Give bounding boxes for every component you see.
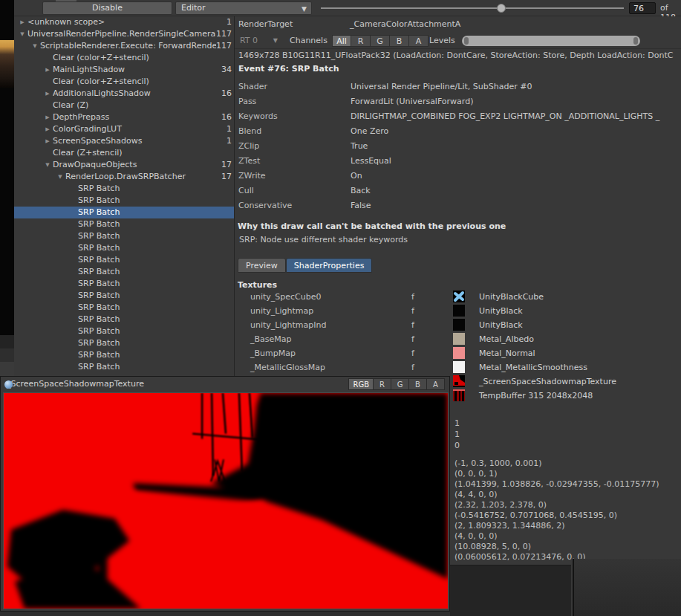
vector-value: (0, 0, 0, 1): [454, 469, 659, 479]
levels-slider-handle-min[interactable]: [464, 37, 469, 45]
batch-break-title: Why this draw call can't be batched with…: [238, 221, 506, 231]
texture-asset-name: UnityBlack: [479, 320, 523, 330]
foldout-expanded-icon[interactable]: ▼: [30, 40, 40, 52]
texture-property-name: _MetallicGlossMap: [250, 363, 325, 372]
tree-row[interactable]: ▶<unknown scope>1: [14, 16, 234, 28]
tree-row[interactable]: Clear (Z): [14, 100, 234, 111]
target-selector-dropdown[interactable]: Editor ▼: [175, 1, 312, 15]
texture-thumbnail[interactable]: [453, 389, 465, 401]
tree-row[interactable]: ▼UniversalRenderPipeline.RenderSingleCam…: [14, 28, 234, 40]
texture-row[interactable]: unity_LightmapIndfUnityBlack: [235, 318, 681, 332]
channel-button-all[interactable]: All: [332, 35, 351, 47]
texture-row[interactable]: _BumpMapfMetal_Normal: [235, 346, 681, 360]
tree-row[interactable]: ▶MainLightShadow34: [14, 64, 234, 76]
preview-channel-button-r[interactable]: R: [374, 378, 391, 390]
tree-row[interactable]: SRP Batch: [14, 207, 234, 218]
foldout-spacer: [68, 290, 78, 302]
tree-row[interactable]: ▼RenderLoop.DrawSRPBatcher17: [14, 171, 234, 183]
preview-channel-button-g[interactable]: G: [391, 378, 409, 390]
texture-row[interactable]: unity_SpecCube0fUnityBlackCube: [235, 290, 681, 304]
rt-index-dropdown[interactable]: RT 0 ▼: [238, 35, 281, 47]
foldout-collapsed-icon[interactable]: ▶: [17, 16, 27, 28]
vector-value: (10.08928, 5, 0, 0): [454, 542, 659, 552]
tree-row[interactable]: ▶AdditionalLightsShadow16: [14, 88, 234, 100]
texture-row[interactable]: _MetallicGlossMapfMetal_MetallicSmoothne…: [235, 360, 681, 375]
foldout-collapsed-icon[interactable]: ▶: [42, 64, 53, 76]
detail-tabs: Preview ShaderProperties: [238, 258, 372, 273]
tree-row-label: SRP Batch: [78, 325, 232, 337]
tree-row-count: 1: [227, 123, 234, 135]
foldout-collapsed-icon[interactable]: ▶: [42, 135, 53, 147]
tree-row[interactable]: SRP Batch: [14, 266, 234, 278]
texture-thumbnail[interactable]: [453, 333, 465, 345]
foldout-collapsed-icon[interactable]: ▶: [42, 88, 53, 100]
tree-row[interactable]: Clear (color+Z+stencil): [14, 76, 234, 88]
tree-row[interactable]: ▼DrawOpaqueObjects17: [14, 159, 234, 171]
disable-button[interactable]: Disable: [42, 1, 172, 15]
tree-row[interactable]: SRP Batch: [14, 278, 234, 290]
tree-row[interactable]: SRP Batch: [14, 361, 234, 373]
tree-row[interactable]: Clear (color+Z+stencil): [14, 52, 234, 64]
tree-row[interactable]: SRP Batch: [14, 218, 234, 230]
tree-row[interactable]: SRP Batch: [14, 302, 234, 314]
tree-row[interactable]: SRP Batch: [14, 230, 234, 242]
event-slider-handle[interactable]: [497, 4, 506, 13]
texture-flag: f: [411, 348, 414, 358]
tree-row[interactable]: SRP Batch: [14, 290, 234, 302]
texture-thumbnail[interactable]: [453, 361, 465, 373]
tree-row[interactable]: SRP Batch: [14, 195, 234, 207]
preview-channel-button-b[interactable]: B: [409, 378, 427, 390]
tree-row[interactable]: SRP Batch: [14, 337, 234, 349]
tree-row[interactable]: SRP Batch: [14, 349, 234, 361]
tree-row-count: [232, 100, 234, 111]
levels-slider-handle-max[interactable]: [633, 37, 638, 45]
preview-channel-button-a[interactable]: A: [427, 378, 445, 390]
channel-button-r[interactable]: R: [351, 35, 371, 47]
foldout-expanded-icon[interactable]: ▼: [42, 159, 53, 171]
foldout-expanded-icon[interactable]: ▼: [55, 171, 65, 183]
texture-row[interactable]: _BaseMapfMetal_Albedo: [235, 332, 681, 346]
texture-thumbnail[interactable]: [453, 347, 465, 359]
foldout-spacer: [68, 195, 78, 207]
preview-channel-button-rgb[interactable]: RGB: [348, 378, 374, 390]
channel-button-b[interactable]: B: [390, 35, 409, 47]
tree-row[interactable]: SRP Batch: [14, 325, 234, 337]
tree-row[interactable]: ▶ScreenSpaceShadows1: [14, 135, 234, 147]
event-slider-track[interactable]: [321, 7, 624, 9]
tree-row[interactable]: SRP Batch: [14, 314, 234, 325]
detail-row: CullBack: [235, 184, 681, 198]
tree-row[interactable]: ▶ColorGradingLUT1: [14, 123, 234, 135]
detail-row-label: Keywords: [238, 109, 278, 124]
detail-row: PassForwardLit (UniversalForward): [235, 94, 681, 109]
foldout-expanded-icon[interactable]: ▼: [17, 28, 27, 40]
channel-button-a[interactable]: A: [409, 35, 429, 47]
tree-row[interactable]: Clear (Z+stencil): [14, 147, 234, 159]
tree-row-count: 16: [221, 88, 234, 100]
foldout-spacer: [68, 325, 78, 337]
tree-row[interactable]: SRP Batch: [14, 242, 234, 254]
texture-row[interactable]: unity_LightmapfUnityBlack: [235, 304, 681, 318]
texture-thumbnail[interactable]: [453, 319, 465, 331]
texture-thumbnail[interactable]: [453, 305, 465, 317]
detail-row-label: Blend: [238, 124, 261, 139]
levels-slider-bar[interactable]: [462, 36, 640, 46]
texture-thumbnail[interactable]: [453, 375, 465, 387]
channel-button-g[interactable]: G: [371, 35, 390, 47]
event-number-field[interactable]: [629, 2, 656, 14]
tree-row[interactable]: SRP Batch: [14, 183, 234, 195]
foldout-collapsed-icon[interactable]: ▶: [42, 111, 53, 123]
foldout-collapsed-icon[interactable]: ▶: [42, 123, 53, 135]
tree-row-label: SRP Batch: [78, 218, 232, 230]
tree-row[interactable]: ▶DepthPrepass16: [14, 111, 234, 123]
texture-preview-titlebar[interactable]: _ScreenSpaceShadowmapTexture RGBRGBA: [1, 377, 449, 392]
tree-row-label: SRP Batch: [78, 302, 232, 314]
tab-preview[interactable]: Preview: [238, 258, 286, 273]
texture-thumbnail[interactable]: [453, 291, 465, 302]
tree-row-count: 117: [216, 28, 234, 40]
float-value: 1: [454, 418, 460, 429]
tab-shader-properties[interactable]: ShaderProperties: [286, 258, 373, 273]
levels-slider[interactable]: [462, 36, 640, 46]
tree-row[interactable]: ▼ScriptableRenderer.Execute: ForwardRend…: [14, 40, 234, 52]
tree-row[interactable]: SRP Batch: [14, 254, 234, 266]
texture-flag: f: [411, 334, 414, 344]
